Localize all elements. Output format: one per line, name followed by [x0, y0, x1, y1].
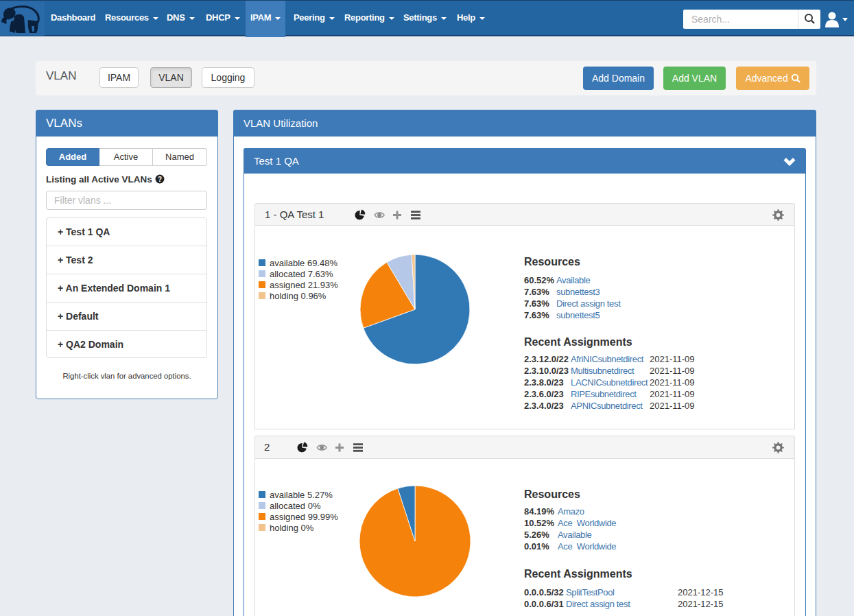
svg-text:?: ? — [157, 176, 161, 183]
